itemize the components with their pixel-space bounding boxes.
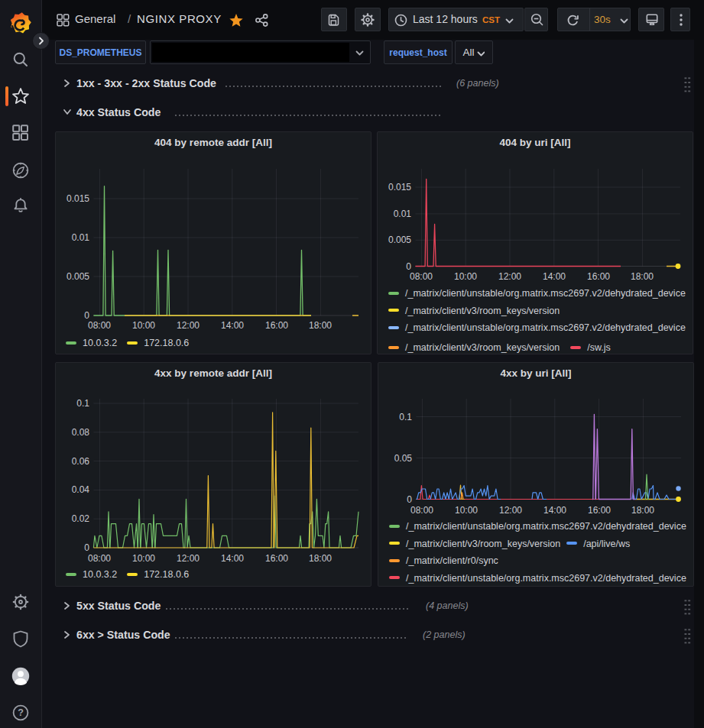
svg-text:?: ? — [18, 707, 24, 718]
